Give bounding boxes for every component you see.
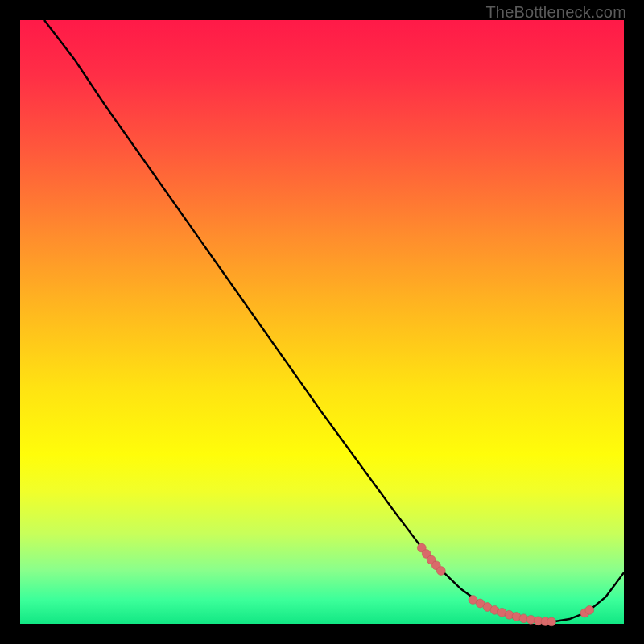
gradient-plot-area <box>20 20 624 624</box>
watermark-text: TheBottleneck.com <box>485 3 626 22</box>
chart-frame: TheBottleneck.com <box>0 0 644 644</box>
chart-svg <box>20 20 624 624</box>
valley-marker-group <box>417 543 593 626</box>
valley-marker <box>547 617 556 626</box>
valley-marker <box>585 605 594 614</box>
bottleneck-curve <box>44 20 624 622</box>
valley-marker <box>436 567 445 576</box>
